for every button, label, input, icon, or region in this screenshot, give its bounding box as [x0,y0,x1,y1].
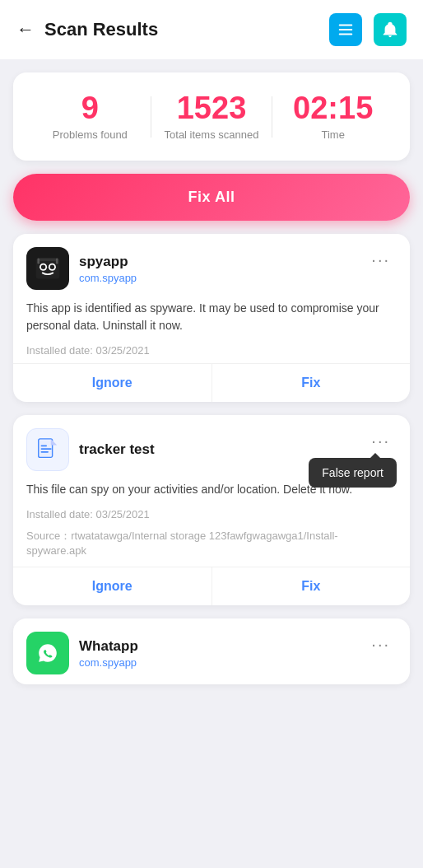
whatapp-info: Whatapp com.spyapp [79,638,355,669]
svg-rect-13 [41,451,49,453]
tracker-icon [26,428,69,471]
time-value: 02:15 [293,92,373,124]
scanned-label: Total items scanned [165,128,259,141]
stat-scanned: 1523 Total items scanned [151,92,272,141]
svg-rect-10 [56,258,58,264]
svg-rect-2 [339,34,353,35]
card-header-whatapp: Whatapp com.spyapp ··· [13,618,410,684]
bell-icon [381,21,399,39]
spyapp-info: spyapp com.spyapp [79,254,355,284]
header: ← Scan Results [0,0,423,59]
whatapp-name: Whatapp [79,638,355,655]
spyapp-name: spyapp [79,254,355,270]
svg-rect-12 [41,448,52,450]
file-document-icon [35,437,60,462]
fix-all-button[interactable]: Fix All [13,174,410,221]
bell-icon-button[interactable] [374,13,407,46]
tracker-info: tracker test [79,441,355,458]
tracker-name: tracker test [79,441,355,458]
tracker-more-button[interactable]: ··· [365,428,397,454]
svg-rect-1 [339,29,353,30]
tracker-ignore-button[interactable]: Ignore [13,567,212,605]
back-button[interactable]: ← [16,19,35,40]
header-left: ← Scan Results [16,19,158,40]
problems-value: 9 [81,92,99,124]
problems-label: Problems found [53,128,128,141]
svg-rect-8 [39,258,57,261]
content: 9 Problems found 1523 Total items scanne… [0,59,423,711]
whatapp-package: com.spyapp [79,656,355,669]
spyapp-more-button[interactable]: ··· [365,247,397,273]
spyapp-actions: Ignore Fix [13,363,410,402]
spyapp-icon [26,247,69,290]
problem-card-tracker: tracker test ··· False report This file … [13,415,410,605]
spyapp-description: This app is identified as spyware. It ma… [13,300,410,341]
whatapp-more-button[interactable]: ··· [365,632,397,657]
spyapp-ignore-button[interactable]: Ignore [13,364,212,402]
list-icon-button[interactable] [329,13,362,46]
tracker-installed-date: Installed date: 03/25/2021 [13,505,410,527]
spyapp-installed-date: Installed date: 03/25/2021 [13,341,410,363]
svg-rect-0 [339,25,353,26]
header-icons [329,13,407,46]
scanned-value: 1523 [177,92,247,124]
stat-time: 02:15 Time [272,92,393,141]
whatapp-icon [26,632,69,674]
tracker-fix-button[interactable]: Fix [212,567,411,605]
stats-card: 9 Problems found 1523 Total items scanne… [13,72,410,161]
svg-rect-9 [37,258,40,264]
card-header-spyapp: spyapp com.spyapp ··· [13,234,410,300]
tracker-actions: Ignore Fix [13,567,410,605]
time-label: Time [321,128,344,141]
svg-point-6 [41,265,45,269]
svg-rect-14 [41,445,48,446]
tracker-source: Source：rtwatatawga/Internal storage 123f… [13,527,410,567]
whatsapp-logo-icon [33,638,63,668]
svg-point-7 [50,265,54,269]
list-icon [337,21,355,39]
spyapp-package: com.spyapp [79,272,355,284]
spyapp-fix-button[interactable]: Fix [212,364,411,402]
stat-problems: 9 Problems found [30,92,151,141]
false-report-tooltip: False report [309,458,397,488]
spy-face-icon [33,254,63,283]
problem-card-whatapp: Whatapp com.spyapp ··· [13,618,410,684]
page-title: Scan Results [44,19,158,40]
problem-card-spyapp: spyapp com.spyapp ··· This app is identi… [13,234,410,402]
